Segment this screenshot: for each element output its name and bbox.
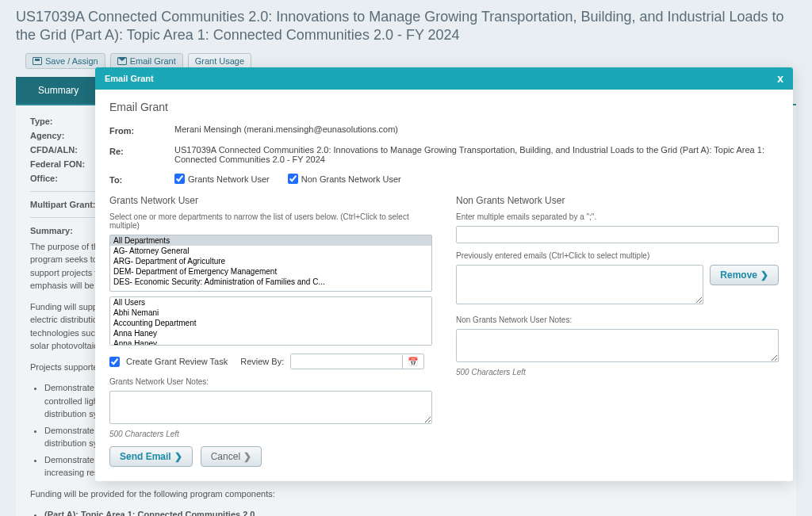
meta-agency-label: Agency:	[30, 131, 102, 140]
chevron-right-icon: ❯	[243, 451, 251, 462]
non-grants-user-checkbox-label: Non Grants Network User	[301, 174, 401, 184]
from-value: Merani Mensingh (merani.mensingh@eunasol…	[174, 124, 779, 134]
summary-p4: Funding will be provided for the followi…	[30, 487, 782, 501]
emails-hint: Enter multiple emails separated by a ";"…	[456, 212, 779, 221]
non-grants-notes-textarea[interactable]	[456, 329, 779, 362]
meta-type-label: Type:	[30, 117, 102, 126]
grant-usage-button[interactable]: Grant Usage	[188, 53, 251, 69]
create-task-label: Create Grant Review Task	[126, 357, 228, 366]
modal-overlay: Email Grant x Email Grant From: Merani M…	[0, 0, 812, 516]
send-email-button[interactable]: Send Email ❯	[109, 446, 193, 467]
usage-label: Grant Usage	[195, 56, 244, 66]
departments-select[interactable]: All Departments AG- Attorney General ARG…	[109, 235, 432, 292]
modal-header: Email Grant x	[95, 67, 793, 90]
email-grant-modal: Email Grant x Email Grant From: Merani M…	[95, 67, 793, 481]
re-label: Re:	[109, 145, 174, 156]
component-list: (Part A): Topic Area 1: Connected Commun…	[44, 508, 782, 516]
page-title: US17039A Connected Communities 2.0: Inno…	[0, 0, 812, 48]
save-assign-button[interactable]: Save / Assign	[25, 53, 105, 69]
review-by-label: Review By:	[240, 357, 284, 366]
cancel-button[interactable]: Cancel ❯	[201, 446, 262, 467]
email-label: Email Grant	[130, 56, 176, 66]
user-option[interactable]: Anna Haney	[110, 328, 431, 338]
grants-user-checkbox-label: Grants Network User	[188, 174, 270, 184]
non-grants-user-checkbox[interactable]: Non Grants Network User	[288, 174, 401, 184]
non-grants-user-header: Non Grants Network User	[456, 195, 779, 206]
meta-cfda-label: CFDA/ALN:	[30, 145, 102, 155]
save-icon	[33, 57, 42, 65]
send-label: Send Email	[120, 451, 171, 462]
non-grants-char-count: 500 Characters Left	[456, 368, 779, 376]
non-grants-notes-label: Non Grants Network User Notes:	[456, 315, 779, 324]
prev-emails-textarea[interactable]	[456, 265, 703, 304]
from-label: From:	[109, 124, 174, 136]
create-task-checkbox[interactable]	[109, 357, 120, 367]
dept-option[interactable]: DEM- Department of Emergency Management	[110, 266, 431, 277]
meta-fon-label: Federal FON:	[30, 159, 102, 169]
prev-emails-label: Previously entered emails (Ctrl+Click to…	[456, 251, 779, 260]
non-grants-user-checkbox-input[interactable]	[288, 174, 298, 184]
user-option[interactable]: Accounting Department	[110, 318, 431, 328]
close-icon[interactable]: x	[777, 72, 783, 85]
chevron-right-icon: ❯	[174, 451, 182, 462]
non-grants-user-column: Non Grants Network User Enter multiple e…	[456, 195, 779, 467]
dept-option[interactable]: DES- Economic Security: Administration o…	[110, 277, 431, 287]
grants-user-checkbox[interactable]: Grants Network User	[174, 174, 270, 184]
calendar-icon[interactable]: 📅	[402, 355, 423, 369]
remove-button[interactable]: Remove ❯	[710, 265, 779, 285]
meta-office-label: Office:	[30, 174, 102, 183]
to-label: To:	[109, 174, 174, 185]
user-option[interactable]: Anna Haney	[110, 338, 431, 346]
grants-char-count: 500 Characters Left	[109, 430, 432, 438]
review-by-date-wrap: 📅	[290, 354, 424, 369]
re-value: US17039A Connected Communities 2.0: Inno…	[174, 145, 779, 164]
dept-option[interactable]: AG- Attorney General	[110, 246, 431, 256]
modal-body: Email Grant From: Merani Mensingh (meran…	[95, 90, 793, 481]
grants-user-checkbox-input[interactable]	[174, 174, 185, 184]
users-select[interactable]: All Users Abhi Nemani Accounting Departm…	[109, 296, 432, 346]
departments-hint: Select one or more departments to narrow…	[109, 212, 432, 230]
component-a: (Part A): Topic Area 1: Connected Commun…	[44, 508, 782, 516]
user-option[interactable]: All Users	[110, 297, 431, 308]
modal-title: Email Grant	[109, 101, 779, 113]
user-option[interactable]: Abhi Nemani	[110, 308, 431, 318]
tab-summary[interactable]: Summary	[16, 77, 101, 104]
grants-user-column: Grants Network User Select one or more d…	[109, 195, 432, 467]
grants-notes-label: Grants Network User Notes:	[109, 377, 432, 386]
mail-icon	[117, 57, 127, 65]
modal-header-title: Email Grant	[105, 74, 154, 83]
grants-notes-textarea[interactable]	[109, 391, 432, 424]
chevron-right-icon: ❯	[760, 269, 768, 281]
remove-label: Remove	[720, 269, 757, 281]
dept-option[interactable]: ARG- Department of Agriculture	[110, 256, 431, 266]
cancel-label: Cancel	[211, 451, 240, 462]
email-grant-button[interactable]: Email Grant	[110, 53, 183, 69]
grants-user-header: Grants Network User	[109, 195, 432, 206]
save-label: Save / Assign	[45, 56, 98, 66]
review-by-input[interactable]	[291, 354, 402, 369]
emails-input[interactable]	[456, 226, 779, 243]
dept-option[interactable]: All Departments	[110, 235, 431, 246]
